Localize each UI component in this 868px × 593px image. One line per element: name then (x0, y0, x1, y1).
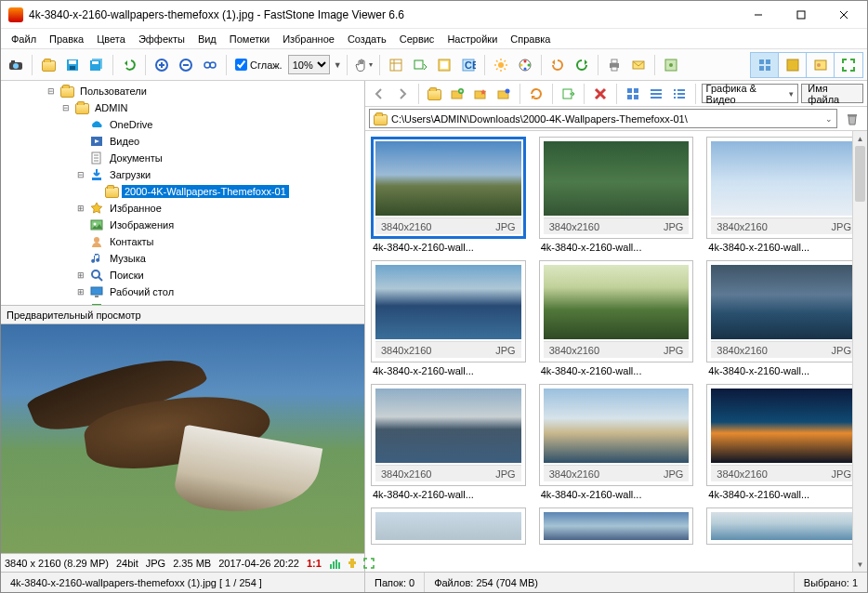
menu-эффекты[interactable]: Эффекты (132, 31, 191, 47)
path-input[interactable] (391, 113, 822, 125)
view-list-button[interactable] (646, 83, 666, 105)
tool-crop-button[interactable] (385, 54, 407, 76)
menu-файл[interactable]: Файл (5, 31, 43, 47)
tree-node[interactable]: ⊞Рабочий стол (1, 283, 364, 300)
zoom-select[interactable]: 10% (288, 55, 330, 74)
settings-button[interactable] (660, 54, 682, 76)
menu-создать[interactable]: Создать (341, 31, 393, 47)
open-button[interactable] (37, 54, 59, 76)
folder-link-button[interactable] (493, 83, 514, 105)
export-button[interactable] (559, 83, 579, 105)
thumbnail-image[interactable] (711, 141, 857, 216)
tool-color-button[interactable] (514, 54, 536, 76)
thumbnail-image[interactable] (544, 512, 690, 540)
menu-справка[interactable]: Справка (504, 31, 557, 47)
folder-fav-button[interactable] (470, 83, 491, 105)
thumbnail-item[interactable] (706, 507, 861, 545)
thumbnail-image[interactable] (711, 389, 857, 463)
nav-forward-button[interactable] (392, 83, 413, 105)
collapse-icon[interactable]: ⊟ (46, 86, 57, 97)
thumbnail-item[interactable]: 3840x2160JPG4k-3840-x-2160-wall... (371, 384, 526, 500)
path-field[interactable]: ⌄ (369, 109, 837, 128)
preview-image[interactable] (1, 324, 364, 553)
menu-настройки[interactable]: Настройки (441, 31, 504, 47)
thumbnail-item[interactable]: 3840x2160JPG4k-3840-x-2160-wall... (371, 260, 526, 376)
thumbnail-item[interactable]: 3840x2160JPG4k-3840-x-2160-wall... (706, 260, 861, 376)
tool-sun-button[interactable] (490, 54, 512, 76)
delete-button[interactable] (590, 83, 611, 105)
rotate-left-button[interactable] (546, 54, 569, 76)
collapse-icon[interactable]: ⊟ (60, 102, 72, 113)
hand-tool-button[interactable]: ▾ (352, 54, 375, 76)
tree-node[interactable]: Музыка (1, 250, 364, 267)
tree-node[interactable]: OneDrive (1, 116, 364, 133)
thumbnail-item[interactable] (371, 507, 526, 545)
tree-node[interactable]: Документы (1, 150, 364, 166)
folder-up-button[interactable] (425, 83, 445, 105)
save-all-button[interactable] (85, 54, 108, 76)
tree-node[interactable]: ⊞Поиски (1, 267, 364, 283)
zoom-fit-button[interactable] (199, 54, 221, 76)
menu-правка[interactable]: Правка (43, 31, 90, 47)
thumbnail-item[interactable] (539, 507, 694, 545)
scroll-thumb[interactable] (855, 146, 865, 202)
nav-back-button[interactable] (369, 83, 389, 105)
menu-пометки[interactable]: Пометки (223, 31, 276, 47)
expand-icon[interactable]: ⊞ (75, 286, 86, 297)
acquire-button[interactable] (5, 54, 27, 76)
zoom-dropdown-icon[interactable]: ▼ (334, 60, 342, 70)
thumbnail-image[interactable] (711, 265, 857, 339)
tree-node[interactable]: ⊞Избранное (1, 200, 364, 217)
tool-resize-button[interactable] (409, 54, 431, 76)
view-thumbs-tab[interactable] (751, 53, 779, 77)
thumbnail-image[interactable] (375, 512, 521, 540)
menu-избранное[interactable]: Избранное (276, 31, 341, 47)
filter-combo[interactable]: Графика & Видео (702, 84, 799, 103)
scroll-up-button[interactable]: ▲ (853, 131, 867, 146)
zoom-in-button[interactable] (151, 54, 173, 76)
view-single-tab[interactable] (779, 53, 807, 77)
tree-node[interactable]: Изображения (1, 217, 364, 233)
zoom-out-button[interactable] (175, 54, 197, 76)
thumbnail-image[interactable] (544, 389, 690, 463)
thumbnail-image[interactable] (375, 141, 521, 216)
menu-цвета[interactable]: Цвета (90, 31, 132, 47)
thumbnail-item[interactable]: 3840x2160JPG4k-3840-x-2160-wall... (371, 137, 526, 253)
tree-node[interactable]: ⊟Загрузки (1, 166, 364, 183)
scroll-down-button[interactable]: ▼ (853, 557, 867, 572)
lock-icon[interactable] (346, 557, 359, 570)
folder-tree[interactable]: ⊟Пользователи⊟ADMINOneDriveВидеоДокумент… (1, 81, 364, 306)
collapse-icon[interactable]: ⊟ (75, 169, 86, 180)
thumbnail-item[interactable]: 3840x2160JPG4k-3840-x-2160-wall... (539, 384, 694, 500)
print-button[interactable] (603, 54, 625, 76)
trash-button[interactable] (841, 108, 863, 130)
tree-node[interactable]: 2000-4K-Wallpapers-Themefoxx-01 (1, 183, 364, 200)
sort-name-button[interactable]: Имя файла (801, 84, 863, 103)
folder-new-button[interactable] (447, 83, 467, 105)
tree-node[interactable]: Контакты (1, 233, 364, 250)
vertical-scrollbar[interactable]: ▲ ▼ (852, 131, 867, 572)
thumbnail-area[interactable]: 3840x2160JPG4k-3840-x-2160-wall...3840x2… (365, 131, 867, 572)
thumbnail-item[interactable]: 3840x2160JPG4k-3840-x-2160-wall... (706, 384, 861, 500)
thumbnail-image[interactable] (544, 141, 690, 216)
thumbnail-image[interactable] (375, 265, 521, 339)
view-full-tab[interactable] (835, 53, 862, 77)
thumbnail-image[interactable] (711, 512, 857, 540)
minimize-button[interactable] (737, 1, 780, 28)
histogram-icon[interactable] (329, 557, 342, 570)
tool-text-button[interactable]: CB (457, 54, 480, 76)
thumbnail-item[interactable]: 3840x2160JPG4k-3840-x-2160-wall... (539, 260, 694, 376)
view-details-button[interactable] (669, 83, 690, 105)
undo-button[interactable] (118, 54, 140, 76)
rotate-right-button[interactable] (571, 54, 593, 76)
save-button[interactable] (61, 54, 84, 76)
menu-вид[interactable]: Вид (191, 31, 223, 47)
refresh-button[interactable] (526, 83, 546, 105)
chevron-down-icon[interactable]: ⌄ (825, 114, 833, 124)
thumbnail-image[interactable] (544, 265, 690, 339)
email-button[interactable] (627, 54, 650, 76)
maximize-button[interactable] (780, 1, 822, 28)
tree-node[interactable]: ⊟Пользователи (1, 83, 364, 99)
view-compare-tab[interactable] (807, 53, 835, 77)
menu-сервис[interactable]: Сервис (393, 31, 441, 47)
